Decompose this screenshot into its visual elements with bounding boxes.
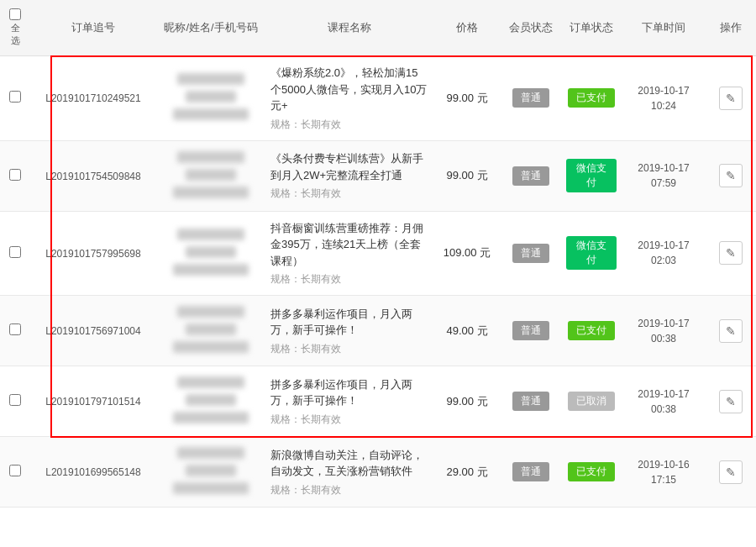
select-all-label: 全选 (11, 22, 20, 47)
course-title: 《爆粉系统2.0》，轻松加满15个5000人微信号，实现月入10万元+ (270, 65, 428, 114)
course-info: 拼多多暴利运作项目，月入两万，新手可操作！ 规格：长期有效 (265, 366, 433, 437)
course-info: 《爆粉系统2.0》，轻松加满15个5000人微信号，实现月入10万元+ 规格：长… (265, 56, 433, 141)
user-info (156, 296, 265, 366)
action-cell: ✎ (706, 140, 756, 211)
order-time: 2019-10-1702:03 (622, 211, 706, 296)
price: 99.00 元 (433, 366, 501, 437)
course-info: 抖音橱窗训练营重磅推荐：月佣金395万，连续21天上榜（全套课程） 规格：长期有… (265, 211, 433, 296)
order-status: 已支付 (561, 296, 622, 366)
order-id: L2019101756971004 (30, 296, 156, 366)
user-info (156, 56, 265, 141)
price: 49.00 元 (433, 296, 501, 366)
order-status: 微信支付 (561, 211, 622, 296)
course-spec: 规格：长期有效 (270, 482, 428, 497)
course-spec: 规格：长期有效 (270, 186, 428, 201)
select-all-header: 全选 (0, 0, 30, 56)
col-action: 操作 (706, 0, 756, 56)
order-status: 已取消 (561, 366, 622, 437)
member-status: 普通 (501, 211, 561, 296)
order-id: L2019101757995698 (30, 211, 156, 296)
table-body: L2019101710249521 《爆粉系统2.0》，轻松加满15个5000人… (0, 56, 756, 508)
course-title: 《头条付费专栏训练营》从新手到月入2W+完整流程全打通 (270, 150, 428, 183)
order-time: 2019-10-1707:59 (622, 140, 706, 211)
order-id: L2019101797101514 (30, 366, 156, 437)
order-status: 微信支付 (561, 140, 622, 211)
order-id: L2019101754509848 (30, 140, 156, 211)
edit-button[interactable]: ✎ (719, 164, 743, 187)
order-id: L2019101699565148 (30, 437, 156, 508)
row-checkbox[interactable] (9, 323, 21, 335)
course-spec: 规格：长期有效 (270, 412, 428, 427)
member-status: 普通 (501, 296, 561, 366)
order-status-badge: 已支付 (568, 321, 615, 340)
order-status-badge: 已支付 (568, 462, 615, 481)
order-table: 全选 订单追号 昵称/姓名/手机号码 课程名称 价格 会员状态 订单状态 下单时… (0, 0, 756, 508)
member-status: 普通 (501, 437, 561, 508)
user-info (156, 140, 265, 211)
action-cell: ✎ (706, 366, 756, 437)
row-checkbox[interactable] (9, 169, 21, 181)
edit-button[interactable]: ✎ (719, 241, 743, 265)
member-badge: 普通 (512, 321, 549, 340)
member-status: 普通 (501, 366, 561, 437)
course-title: 新浪微博自动关注，自动评论，自动发文，互关涨粉营销软件 (270, 447, 428, 480)
course-spec: 规格：长期有效 (270, 341, 428, 356)
col-order-status: 订单状态 (561, 0, 622, 56)
course-spec: 规格：长期有效 (270, 271, 428, 287)
course-title: 拼多多暴利运作项目，月入两万，新手可操作！ (270, 376, 428, 409)
col-price: 价格 (433, 0, 501, 56)
table-row: L2019101699565148 新浪微博自动关注，自动评论，自动发文，互关涨… (0, 437, 756, 508)
table-row: L2019101756971004 拼多多暴利运作项目，月入两万，新手可操作！ … (0, 296, 756, 366)
user-info (156, 211, 265, 296)
edit-button[interactable]: ✎ (719, 87, 743, 110)
price: 29.00 元 (433, 437, 501, 508)
order-time: 2019-10-1700:38 (622, 366, 706, 437)
action-cell: ✎ (706, 56, 756, 141)
table-row: L2019101710249521 《爆粉系统2.0》，轻松加满15个5000人… (0, 56, 756, 141)
row-checkbox[interactable] (9, 465, 21, 476)
member-badge: 普通 (512, 244, 549, 263)
member-badge: 普通 (512, 166, 549, 186)
edit-button[interactable]: ✎ (719, 390, 743, 413)
col-user: 昵称/姓名/手机号码 (156, 0, 265, 56)
user-info (156, 437, 265, 508)
row-checkbox[interactable] (9, 246, 21, 258)
course-title: 拼多多暴利运作项目，月入两万，新手可操作！ (270, 306, 428, 339)
action-cell: ✎ (706, 296, 756, 366)
table-row: L2019101757995698 抖音橱窗训练营重磅推荐：月佣金395万，连续… (0, 211, 756, 296)
member-status: 普通 (501, 140, 561, 211)
order-table-container: 全选 订单追号 昵称/姓名/手机号码 课程名称 价格 会员状态 订单状态 下单时… (0, 0, 756, 508)
table-header: 全选 订单追号 昵称/姓名/手机号码 课程名称 价格 会员状态 订单状态 下单时… (0, 0, 756, 56)
table-row: L2019101797101514 拼多多暴利运作项目，月入两万，新手可操作！ … (0, 366, 756, 437)
member-status: 普通 (501, 56, 561, 141)
table-row: L2019101754509848 《头条付费专栏训练营》从新手到月入2W+完整… (0, 140, 756, 211)
col-course: 课程名称 (265, 0, 433, 56)
course-spec: 规格：长期有效 (270, 117, 428, 132)
order-status: 已支付 (561, 56, 622, 141)
order-id: L2019101710249521 (30, 56, 156, 141)
order-time: 2019-10-1700:38 (622, 296, 706, 366)
user-info (156, 366, 265, 437)
price: 109.00 元 (433, 211, 501, 296)
edit-button[interactable]: ✎ (719, 460, 743, 484)
order-status-badge: 微信支付 (566, 236, 617, 270)
col-member: 会员状态 (501, 0, 561, 56)
course-title: 抖音橱窗训练营重磅推荐：月佣金395万，连续21天上榜（全套课程） (270, 220, 428, 270)
row-checkbox[interactable] (9, 91, 21, 103)
row-checkbox[interactable] (9, 394, 21, 406)
course-info: 《头条付费专栏训练营》从新手到月入2W+完整流程全打通 规格：长期有效 (265, 140, 433, 211)
action-cell: ✎ (706, 437, 756, 508)
col-time: 下单时间 (622, 0, 706, 56)
select-all-checkbox[interactable] (9, 8, 21, 20)
col-order-id: 订单追号 (30, 0, 156, 56)
price: 99.00 元 (433, 140, 501, 211)
member-badge: 普通 (512, 88, 549, 108)
edit-button[interactable]: ✎ (719, 319, 743, 343)
course-info: 新浪微博自动关注，自动评论，自动发文，互关涨粉营销软件 规格：长期有效 (265, 437, 433, 508)
course-info: 拼多多暴利运作项目，月入两万，新手可操作！ 规格：长期有效 (265, 296, 433, 366)
member-badge: 普通 (512, 392, 549, 411)
order-status-badge: 已取消 (568, 392, 615, 411)
order-status-badge: 微信支付 (566, 159, 617, 192)
order-status-badge: 已支付 (568, 88, 615, 108)
order-time: 2019-10-1617:15 (622, 437, 706, 508)
